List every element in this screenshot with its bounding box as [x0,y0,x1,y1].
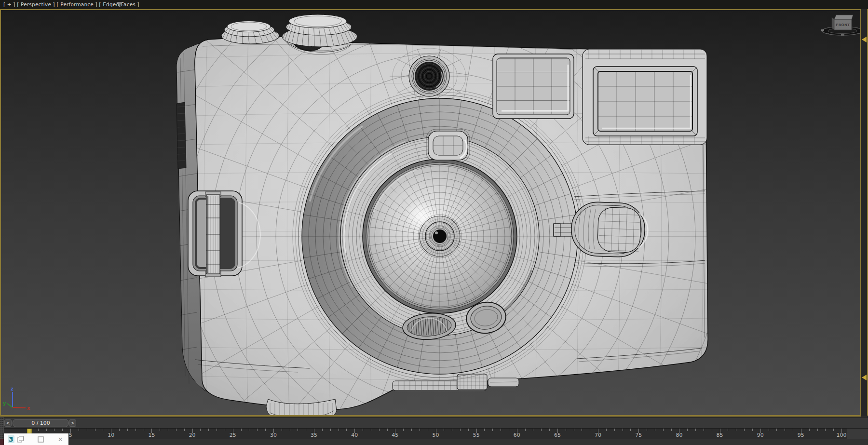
floating-window-titlebar: 3 ✕ [4,433,68,445]
status-strip [0,439,868,445]
time-slider-bar[interactable]: < 0 / 100 > [0,418,868,429]
maximize-icon[interactable] [38,436,44,443]
corner-fragment [0,439,4,445]
viewport-label-bar: [ + ] [ Perspective ] [ Performance ] [ … [0,0,868,9]
3dsmax-logo-icon[interactable]: 3 [8,435,14,443]
timeline-grip-handle[interactable] [0,418,4,439]
track-bar-ruler[interactable]: 5101520253035404550556065707580859095100 [0,428,868,440]
cascade-windows-icon[interactable] [17,436,24,443]
camera-wireframe-model: FRONTzxy [0,9,861,416]
filter-icon[interactable] [116,2,123,8]
ruler-out-of-range [847,429,868,440]
panel-expand-arrow-top-icon[interactable] [862,37,867,42]
viewport-border-right [860,9,861,416]
viewport-border-top [0,9,861,10]
viewport-border-bottom [0,415,861,417]
viewcube[interactable] [820,12,864,40]
current-frame-display[interactable]: 0 / 100 [13,419,69,427]
previous-frame-button[interactable]: < [4,419,12,427]
next-frame-button[interactable]: > [69,419,76,427]
panel-expand-arrow-bottom-icon[interactable] [862,375,867,380]
perspective-viewport[interactable]: FRONTzxy [0,9,861,416]
axis-tripod [2,386,31,412]
3dsmax-application: { "viewport": { "label": "[ + ] [ Perspe… [0,0,868,445]
viewport-border-left [0,9,1,416]
close-icon[interactable]: ✕ [58,436,63,443]
